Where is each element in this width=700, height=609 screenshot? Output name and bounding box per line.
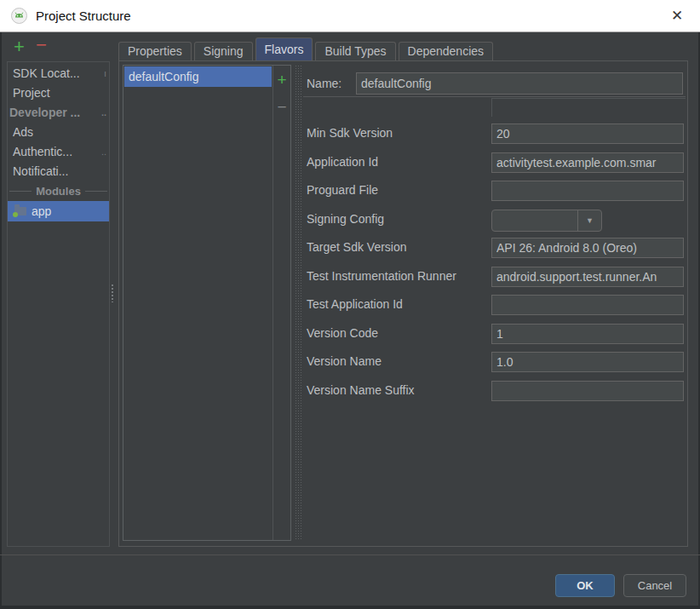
titlebar: Project Structure ✕: [0, 0, 700, 32]
sidebar-section-modules: Modules: [8, 181, 109, 201]
form-scrollpane-corner: [491, 98, 686, 117]
dialog-content: + − SDK Locat...ıProjectDeveloper .....A…: [0, 32, 700, 609]
footer-separator: [0, 554, 700, 555]
field-label-test-instrumentation-runner: Test Instrumentation Runner: [307, 269, 456, 283]
field-label-signing-config: Signing Config: [307, 212, 384, 226]
clipped-text-fragment: ..: [101, 142, 106, 162]
field-label-application-id: Application Id: [307, 155, 378, 169]
module-folder-icon: [14, 207, 26, 215]
target-sdk-version-input[interactable]: [491, 238, 684, 258]
flavor-form: Name: Min Sdk VersionApplication IdProgu…: [303, 65, 686, 541]
sidebar-remove-button[interactable]: −: [36, 36, 47, 55]
clipped-text-fragment: ..: [101, 103, 106, 123]
sidebar-list: SDK Locat...ıProjectDeveloper .....AdsAu…: [7, 61, 110, 547]
section-label: Modules: [32, 181, 85, 201]
add-flavor-button[interactable]: +: [273, 72, 290, 88]
sidebar-item-label: Developer ...: [9, 106, 80, 119]
sidebar-add-button[interactable]: +: [14, 37, 25, 56]
proguard-file-input[interactable]: [491, 181, 684, 201]
sidebar-item-label: SDK Locat...: [13, 66, 80, 80]
close-button[interactable]: ✕: [657, 0, 697, 32]
sidebar-item-sdk-locat[interactable]: SDK Locat...ı: [8, 64, 109, 83]
close-icon: ✕: [671, 7, 683, 25]
sidebar-item-label: Authentic...: [13, 145, 72, 158]
sidebar-item-notificati[interactable]: Notificati...: [8, 162, 109, 181]
flavors-tab-panel: defaultConfig + − Name: Min Sdk VersionA…: [118, 60, 688, 547]
sidebar-item-label: Notificati...: [13, 164, 68, 178]
min-sdk-version-input[interactable]: [491, 124, 684, 144]
field-label-test-application-id: Test Application Id: [307, 297, 403, 311]
project-structure-dialog: Project Structure ✕ + − SDK Locat...ıPro…: [0, 0, 700, 609]
name-input[interactable]: [356, 72, 683, 95]
remove-flavor-button[interactable]: −: [273, 99, 290, 115]
field-label-version-name-suffix: Version Name Suffix: [307, 383, 415, 397]
application-id-input[interactable]: [491, 152, 684, 173]
flavor-list-panel: defaultConfig + −: [123, 65, 291, 541]
tab-bar: PropertiesSigningFlavorsBuild TypesDepen…: [118, 37, 496, 61]
test-application-id-input[interactable]: [491, 295, 684, 315]
sidebar-splitter-grip[interactable]: [111, 284, 115, 302]
panel-splitter[interactable]: [295, 65, 301, 541]
name-field-label: Name:: [307, 77, 341, 90]
sidebar-item-ads[interactable]: Ads: [8, 123, 109, 142]
field-label-min-sdk-version: Min Sdk Version: [307, 126, 393, 140]
window-title: Project Structure: [36, 9, 131, 23]
flavor-toolbar: + −: [273, 66, 290, 540]
version-name-suffix-input[interactable]: [491, 381, 684, 401]
section-line: [85, 191, 107, 192]
clipped-text-fragment: ı: [104, 64, 106, 83]
signing-config-select[interactable]: ▼: [491, 210, 602, 232]
field-label-proguard-file: Proguard File: [307, 183, 378, 197]
tab-build-types[interactable]: Build Types: [315, 42, 395, 61]
tab-signing[interactable]: Signing: [194, 42, 253, 61]
cancel-button[interactable]: Cancel: [623, 574, 686, 597]
dropdown-arrow-icon[interactable]: ▼: [577, 210, 601, 231]
sidebar-item-developer[interactable]: Developer .....: [8, 103, 109, 123]
sidebar-item-label: app: [32, 201, 51, 221]
version-name-input[interactable]: [491, 352, 684, 372]
version-code-input[interactable]: [491, 324, 684, 344]
field-label-target-sdk-version: Target Sdk Version: [307, 240, 407, 254]
select-value: [492, 210, 577, 231]
sidebar-item-app[interactable]: app: [8, 201, 109, 221]
section-line: [9, 191, 32, 192]
name-separator: [303, 96, 686, 97]
sidebar-item-label: Ads: [13, 125, 33, 139]
field-label-version-code: Version Code: [307, 326, 378, 340]
sidebar-item-authentic[interactable]: Authentic.....: [8, 142, 109, 162]
tab-dependencies[interactable]: Dependencies: [399, 42, 494, 61]
tab-flavors[interactable]: Flavors: [255, 37, 313, 61]
android-studio-icon: [11, 8, 27, 24]
sidebar-item-label: Project: [13, 86, 50, 100]
tab-properties[interactable]: Properties: [118, 42, 192, 61]
test-instrumentation-runner-input[interactable]: [491, 267, 684, 287]
flavor-list: defaultConfig: [123, 66, 273, 540]
sidebar-item-project[interactable]: Project: [8, 83, 109, 103]
field-label-version-name: Version Name: [307, 354, 382, 368]
flavor-item-defaultconfig[interactable]: defaultConfig: [124, 66, 272, 87]
ok-button[interactable]: OK: [555, 574, 615, 597]
